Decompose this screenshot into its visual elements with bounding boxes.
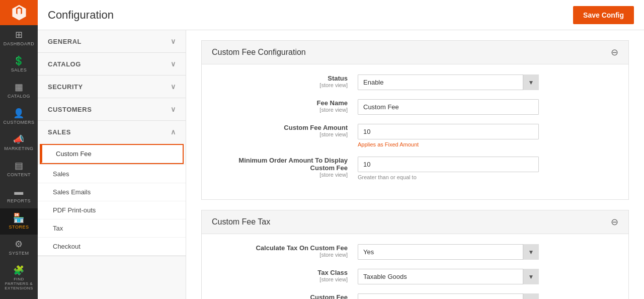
chevron-down-icon: ∨ <box>171 60 176 68</box>
tax-class-select[interactable]: Taxable Goods None <box>358 269 539 284</box>
sidebar-item-sales[interactable]: Sales <box>38 165 186 183</box>
sidebar-item-sales-emails-label: Sales Emails <box>53 188 91 196</box>
tax-class-select-wrapper: Taxable Goods None ▼ <box>358 269 539 284</box>
sidebar-section-catalog-header[interactable]: CATALOG ∨ <box>38 53 186 75</box>
config-section-custom-fee-tax: Custom Fee Tax ⊖ Calculate Tax On Custom… <box>201 210 629 299</box>
config-control-tax-class: Taxable Goods None ▼ <box>358 269 539 284</box>
collapse-section-2-button[interactable]: ⊖ <box>611 216 618 228</box>
sidebar-section-customers: CUSTOMERS ∨ <box>38 98 186 121</box>
config-label-fee-amount: Custom Fee Amount [store view] <box>217 124 358 137</box>
stores-icon: 🏪 <box>13 213 25 222</box>
fee-amount-helper: Applies as Fixed Amount <box>358 141 539 147</box>
sidebar-item-dashboard[interactable]: ⊞ DASHBOARD <box>0 25 38 51</box>
app-logo <box>0 0 38 25</box>
marketing-icon: 📣 <box>13 135 25 144</box>
sidebar-item-sales-emails[interactable]: Sales Emails <box>38 183 186 201</box>
custom-fee-tax-select[interactable]: Including and Excluding Tax Including Ta… <box>358 293 539 299</box>
config-main-area: Custom Fee Configuration ⊖ Status [store… <box>186 30 644 299</box>
content-icon: ▤ <box>15 161 24 170</box>
system-icon: ⚙ <box>15 240 23 249</box>
config-label-calculate-tax: Calculate Tax On Custom Fee [store view] <box>217 244 358 258</box>
config-row-status: Status [store view] Enable Disable ▼ <box>217 74 613 90</box>
customers-icon: 👤 <box>13 109 25 118</box>
sidebar-item-marketing[interactable]: 📣 MARKETING <box>0 130 38 156</box>
config-control-custom-fee-tax: Including and Excluding Tax Including Ta… <box>358 293 539 299</box>
status-select-wrapper: Enable Disable ▼ <box>358 74 539 90</box>
reports-icon: ▬ <box>14 187 24 196</box>
sidebar-item-custom-fee[interactable]: Custom Fee <box>41 145 183 163</box>
dashboard-icon: ⊞ <box>15 30 23 39</box>
sidebar-item-content[interactable]: ▤ CONTENT <box>0 156 38 182</box>
min-order-input[interactable] <box>358 157 539 172</box>
config-section-body-1: Status [store view] Enable Disable ▼ <box>202 64 628 199</box>
sidebar-item-system[interactable]: ⚙ SYSTEM <box>0 235 38 261</box>
sidebar-section-catalog: CATALOG ∨ <box>38 53 186 76</box>
sidebar-item-find-partners[interactable]: 🧩 FIND PARTNERS & EXTENSIONS <box>0 261 38 295</box>
left-navigation: ⊞ DASHBOARD 💲 SALES ▦ CATALOG 👤 CUSTOMER… <box>0 0 38 299</box>
fee-name-input[interactable] <box>358 99 539 115</box>
partners-icon: 🧩 <box>13 266 25 275</box>
config-row-tax-class: Tax Class [store view] Taxable Goods Non… <box>217 269 613 284</box>
top-header: Configuration Save Config <box>38 0 644 30</box>
sidebar-item-catalog[interactable]: ▦ CATALOG <box>0 78 38 104</box>
sidebar-section-general-header[interactable]: GENERAL ∨ <box>38 30 186 52</box>
config-section-title-1: Custom Fee Configuration <box>212 48 306 57</box>
sidebar-item-pdf-printouts-label: PDF Print-outs <box>53 206 96 214</box>
chevron-up-icon: ∧ <box>171 128 176 136</box>
sidebar-section-security-label: SECURITY <box>48 83 83 91</box>
config-row-fee-amount: Custom Fee Amount [store view] Applies a… <box>217 124 613 147</box>
config-row-calculate-tax: Calculate Tax On Custom Fee [store view]… <box>217 244 613 260</box>
sidebar-section-security-header[interactable]: SECURITY ∨ <box>38 76 186 98</box>
config-section-header-1: Custom Fee Configuration ⊖ <box>202 41 628 64</box>
collapse-section-1-button[interactable]: ⊖ <box>611 47 618 58</box>
config-label-custom-fee-tax: Custom Fee [store view] <box>217 293 358 299</box>
config-section-custom-fee: Custom Fee Configuration ⊖ Status [store… <box>201 40 629 200</box>
sidebar-section-general: GENERAL ∨ <box>38 30 186 53</box>
sidebar-section-security: SECURITY ∨ <box>38 76 186 98</box>
sidebar-item-stores[interactable]: 🏪 STORES <box>0 208 38 235</box>
config-label-tax-class: Tax Class [store view] <box>217 269 358 282</box>
sidebar-section-sales: SALES ∧ Custom Fee Sales Sales Emails PD… <box>38 121 186 256</box>
catalog-icon: ▦ <box>15 83 24 92</box>
calculate-tax-select[interactable]: Yes No <box>358 244 539 260</box>
sidebar-item-tax-label: Tax <box>53 225 63 232</box>
sidebar-item-custom-fee-label: Custom Fee <box>56 150 92 158</box>
config-control-min-order: Greater than or equal to <box>358 157 539 180</box>
sidebar-item-customers[interactable]: 👤 CUSTOMERS <box>0 104 38 130</box>
config-label-status: Status [store view] <box>217 74 358 88</box>
config-section-body-2: Calculate Tax On Custom Fee [store view]… <box>202 234 628 299</box>
sidebar-item-reports[interactable]: ▬ REPORTS <box>0 182 38 208</box>
config-control-calculate-tax: Yes No ▼ <box>358 244 539 260</box>
main-area: Configuration Save Config GENERAL ∨ CATA… <box>38 0 644 299</box>
sidebar-item-sales-label: Sales <box>53 170 69 178</box>
calculate-tax-select-wrapper: Yes No ▼ <box>358 244 539 260</box>
sidebar-section-customers-label: CUSTOMERS <box>48 106 92 113</box>
sidebar-section-sales-label: SALES <box>48 128 71 136</box>
config-row-custom-fee-tax: Custom Fee [store view] Including and Ex… <box>217 293 613 299</box>
sidebar-section-general-label: GENERAL <box>48 38 82 45</box>
config-sidebar: GENERAL ∨ CATALOG ∨ SECURITY ∨ <box>38 30 186 299</box>
config-row-min-order: Minimum Order Amount To Display Custom F… <box>217 157 613 180</box>
sidebar-item-checkout[interactable]: Checkout <box>38 238 186 256</box>
sidebar-item-tax[interactable]: Tax <box>38 219 186 238</box>
chevron-down-icon: ∨ <box>171 37 176 45</box>
fee-amount-input[interactable] <box>358 124 539 139</box>
sidebar-item-pdf-printouts[interactable]: PDF Print-outs <box>38 201 186 219</box>
chevron-down-icon: ∨ <box>171 83 176 91</box>
config-control-status: Enable Disable ▼ <box>358 74 539 90</box>
config-label-fee-name: Fee Name [store view] <box>217 99 358 113</box>
min-order-helper: Greater than or equal to <box>358 174 539 180</box>
magento-logo-icon <box>11 4 28 21</box>
chevron-down-icon: ∨ <box>171 105 176 113</box>
sidebar-item-checkout-label: Checkout <box>53 243 80 250</box>
config-label-min-order: Minimum Order Amount To Display Custom F… <box>217 157 358 178</box>
config-control-fee-amount: Applies as Fixed Amount <box>358 124 539 147</box>
sidebar-item-sales[interactable]: 💲 SALES <box>0 51 38 78</box>
sidebar-section-catalog-label: CATALOG <box>48 60 81 68</box>
config-row-fee-name: Fee Name [store view] <box>217 99 613 115</box>
status-select[interactable]: Enable Disable <box>358 74 539 90</box>
sidebar-section-customers-header[interactable]: CUSTOMERS ∨ <box>38 98 186 120</box>
sidebar-section-sales-header[interactable]: SALES ∧ <box>38 121 186 143</box>
save-config-button[interactable]: Save Config <box>573 6 634 24</box>
custom-fee-tax-select-wrapper: Including and Excluding Tax Including Ta… <box>358 293 539 299</box>
